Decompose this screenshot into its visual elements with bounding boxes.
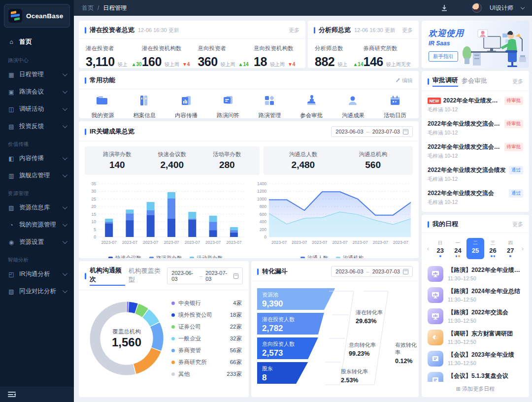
approval-more-link[interactable]: 更多 bbox=[512, 78, 523, 85]
quick-item-approval[interactable]: 参会审批 bbox=[291, 95, 332, 118]
quick-item-archive-info[interactable]: 档案信息 bbox=[124, 95, 166, 118]
schedule-item[interactable]: 【路演】2024年全年业总结11:30–12:50 bbox=[428, 284, 523, 305]
approval-item[interactable]: 2022年全年业绩发交流会通过 毛梓涵 10-12 bbox=[428, 186, 523, 209]
logo[interactable]: OceanBase bbox=[4, 4, 70, 28]
quick-item-roadshow-qa[interactable]: 路演问答 bbox=[207, 95, 249, 118]
quick-item-my-resources[interactable]: 我的资源 bbox=[82, 95, 124, 118]
stat-intent-orgs: 意向投资机构数 18较上周▼4 bbox=[254, 45, 299, 68]
sidebar-collapse-button[interactable] bbox=[0, 387, 74, 402]
rate-potential: 潜在转化率 29.63% bbox=[356, 309, 383, 325]
user-menu-chevron-icon[interactable] bbox=[521, 5, 525, 9]
analyst-overview-more-link[interactable]: 更多 bbox=[402, 27, 413, 34]
beginner-guide-button[interactable]: 新手指引 bbox=[429, 51, 458, 62]
approval-item[interactable]: 2022年全年业绩发交流会绩发待审批 毛梓涵 10-12 bbox=[428, 139, 523, 163]
svg-text:1400: 1400 bbox=[257, 181, 266, 186]
sidebar-item-content-spread[interactable]: ◧ 内容传播 bbox=[0, 150, 74, 167]
ir-right-stats: 沟通总人数2,480 沟通总机构560 bbox=[264, 146, 413, 175]
sidebar-item-home[interactable]: ⌂ 首页 bbox=[0, 33, 74, 51]
calendar-icon bbox=[233, 273, 238, 279]
breadcrumb-current: 日程管理 bbox=[103, 4, 127, 12]
tab-meeting-approval[interactable]: 参会审批 bbox=[462, 76, 487, 86]
apps-grid-icon[interactable] bbox=[456, 4, 464, 12]
day-27[interactable]: 四27 bbox=[501, 238, 519, 259]
sidebar-item-flagship-store[interactable]: ▥ 旗舰店管理 bbox=[0, 167, 74, 184]
sidebar-item-peer-compare[interactable]: ▧ 同业对比分析 bbox=[0, 283, 74, 300]
sidebar-item-roadshow-meeting[interactable]: ▣ 路演会议 bbox=[0, 83, 74, 100]
quick-item-roadshow-mgmt[interactable]: 路演管理 bbox=[249, 95, 291, 118]
schedule-item[interactable]: 【路演】2022年全年业绩发交流会11:30–12:50 bbox=[428, 263, 523, 284]
welcome-banner[interactable]: 欢迎使用 IR Saas 新手指引 bbox=[422, 21, 529, 68]
feedback-icon: ▤ bbox=[8, 123, 15, 130]
approval-item[interactable]: 2022年全年业绩发交流会绩发通过 毛梓涵 10-12 bbox=[428, 163, 523, 186]
funnel-stage-intent: 意向投资人数 2,573 bbox=[257, 337, 342, 359]
handshake-icon bbox=[428, 330, 443, 345]
legend-row: 券商资管56家 bbox=[171, 344, 242, 356]
calendar-strip: ‹ 日23 一24 二25 bbox=[422, 233, 529, 262]
add-more-schedule-button[interactable]: ⊞ 添加更多日程 bbox=[422, 382, 529, 397]
person-icon bbox=[347, 95, 359, 108]
svg-text:2023-07: 2023-07 bbox=[292, 240, 307, 245]
chevron-down-icon bbox=[63, 172, 67, 177]
quick-item-content-spread[interactable]: 内容传播 bbox=[166, 95, 207, 118]
quick-item-activity-calendar[interactable]: 活动日历 bbox=[374, 95, 416, 118]
breadcrumb-home[interactable]: 首页 bbox=[82, 4, 94, 12]
day-26[interactable]: 三26 bbox=[484, 238, 502, 259]
sidebar-item-my-resources[interactable]: ◔ 我的资源管理 bbox=[0, 216, 74, 234]
ir-overview-title: IR关键成果总览 bbox=[90, 127, 134, 136]
approval-item[interactable]: 2022年全年业绩发交流会绩发待审批 毛梓涵 10-12 bbox=[428, 116, 523, 139]
ir-date-range-picker[interactable]: 2023-06-03–2023-07-03 bbox=[331, 126, 413, 137]
topbar: 首页 / 日程管理 UI设计师 bbox=[74, 0, 532, 16]
status-badge: 待审批 bbox=[504, 120, 524, 128]
funnel-date-range-picker[interactable]: 2023-06-03–2023-07-03 bbox=[331, 266, 413, 277]
schedule-more-link[interactable]: 更多 bbox=[512, 221, 523, 228]
delta-up: ▲30 bbox=[132, 62, 142, 67]
calendar-prev-icon[interactable]: ‹ bbox=[425, 245, 432, 252]
schedule-item[interactable]: 【会议】5.1.3复盘会议11:30–12:50 bbox=[428, 369, 523, 382]
tab-approval-research[interactable]: 审批调研 bbox=[432, 76, 458, 87]
quick-item-comm-results[interactable]: 沟通成果 bbox=[332, 95, 374, 118]
sidebar-item-resource-db[interactable]: ▨ 资源信息库 bbox=[0, 199, 74, 216]
investor-overview-more-link[interactable]: 更多 bbox=[289, 27, 299, 34]
delta-down: ▼4 bbox=[182, 62, 190, 67]
svg-text:2023-07: 2023-07 bbox=[393, 240, 408, 245]
org-date-range-picker[interactable]: 2023-06-03–2023-07-03 bbox=[167, 268, 243, 284]
schedule-item[interactable]: 【会议】2023年全年业绩11:30–12:50 bbox=[428, 348, 523, 369]
sidebar-item-resource-settings[interactable]: ◉ 资源设置 bbox=[0, 234, 74, 251]
tab-org-coverage[interactable]: 机构覆盖类型 bbox=[129, 267, 164, 285]
sidebar-item-invest-feedback[interactable]: ▤ 投资反馈 bbox=[0, 118, 74, 135]
edit-quick-functions-button[interactable]: 编辑 bbox=[396, 77, 413, 84]
sidebar-menu: ⌂ 首页 路演中心 ▦ 日程管理 ▣ 路演会议 ◫ 调研活动 ▤ 投资反馈 价值… bbox=[0, 33, 74, 387]
sidebar-item-ir-analysis[interactable]: ◰ IR沟通分析 bbox=[0, 266, 74, 283]
calendar-icon bbox=[403, 129, 408, 134]
accent-bar bbox=[85, 77, 86, 84]
status-badge: 通过 bbox=[509, 166, 523, 174]
svg-text:600: 600 bbox=[260, 212, 266, 217]
avatar[interactable] bbox=[472, 3, 482, 13]
svg-text:2023-07: 2023-07 bbox=[271, 240, 287, 245]
tab-org-frequency[interactable]: 机构沟通频次 bbox=[90, 266, 125, 286]
schedule-item[interactable]: 【调研】东方财富调研团11:30–12:50 bbox=[428, 327, 523, 348]
main-column: 潜在投资者总览 12-06 16:30 更新 更多 潜在投资者 3,110较上周… bbox=[79, 21, 419, 397]
day-23[interactable]: 日23 bbox=[432, 238, 449, 259]
accent-bar bbox=[85, 129, 86, 135]
sidebar-section-value-spread: 价值传播 bbox=[0, 135, 74, 150]
legend-row: 券商研究所66家 bbox=[171, 356, 242, 368]
welcome-illustration bbox=[460, 23, 528, 68]
calendar-next-icon[interactable]: › bbox=[519, 245, 526, 252]
approval-item[interactable]: NEW 2022年全年业绩发交流会绩... 待审批 毛梓涵 10-12 bbox=[428, 93, 523, 116]
sidebar-item-research-activity[interactable]: ◫ 调研活动 bbox=[0, 100, 74, 118]
gear-icon: ◉ bbox=[8, 239, 15, 246]
schedule-item[interactable]: 【路演】2022年交流会11:30–12:50 bbox=[428, 305, 523, 327]
line-chart-legend: 沟通人数 沟通机构 bbox=[251, 255, 413, 258]
sidebar-item-schedule-mgmt[interactable]: ▦ 日程管理 bbox=[0, 66, 74, 83]
day-25-selected[interactable]: 二25 bbox=[466, 238, 484, 259]
chevron-down-icon bbox=[63, 271, 67, 276]
day-24[interactable]: 一24 bbox=[449, 238, 467, 259]
stat-potential-orgs: 潜在投资机构数 160较上周▼4 bbox=[142, 45, 198, 68]
user-name[interactable]: UI设计师 bbox=[490, 4, 513, 12]
document-icon bbox=[428, 351, 443, 367]
download-icon[interactable] bbox=[440, 4, 448, 12]
svg-text:25: 25 bbox=[92, 197, 97, 201]
app-root: OceanBase ⌂ 首页 路演中心 ▦ 日程管理 ▣ 路演会议 ◫ 调研活动… bbox=[0, 0, 532, 402]
pie-icon: ◔ bbox=[8, 222, 15, 229]
